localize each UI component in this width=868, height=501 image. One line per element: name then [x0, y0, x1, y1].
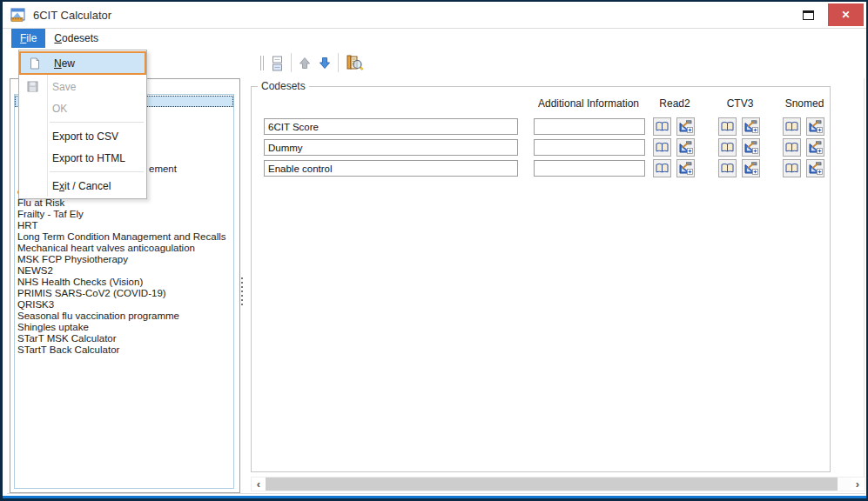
menu-item-exit-cancel[interactable]: Exit / Cancel	[19, 175, 146, 197]
build-codeset-icon	[744, 162, 758, 175]
close-button[interactable]: ✕	[828, 3, 864, 26]
list-item[interactable]: Long Term Condition Management and Recal…	[15, 231, 233, 243]
list-item[interactable]: Shingles uptake	[15, 322, 233, 333]
snomed-codeset-builder-button[interactable]	[806, 138, 824, 157]
snomed-codeset-builder-button[interactable]	[806, 117, 824, 136]
build-codeset-icon	[744, 120, 758, 133]
build-codeset-icon	[679, 162, 693, 175]
codeset-name-input[interactable]	[264, 118, 518, 135]
list-item[interactable]: MSK FCP Physiotherapy	[15, 254, 233, 265]
app-icon	[10, 8, 26, 23]
app-window: 6CIT Calculator ✕ File Codesets New	[0, 0, 868, 501]
column-header-snomed: Snomed	[777, 97, 831, 110]
panel-splitter-handle[interactable]	[241, 277, 243, 305]
ctv3-codeset-browser-button[interactable]	[718, 138, 737, 157]
groupbox-label: Codesets	[258, 80, 309, 92]
menu-item-ok[interactable]: OK	[19, 97, 146, 119]
list-item[interactable]: Frailty - Taf Ely	[15, 209, 233, 220]
codesets-groupbox: Codesets Additional Information Read2 CT…	[251, 86, 831, 472]
ctv3-codeset-browser-button[interactable]	[718, 159, 737, 177]
move-down-button[interactable]	[318, 56, 332, 70]
menu-item-new[interactable]: New	[19, 51, 146, 75]
file-menu: New Save OK Export to CSV Export to HTML	[18, 50, 147, 199]
build-codeset-icon	[809, 162, 823, 175]
menubar-item-codesets[interactable]: Codesets	[45, 29, 107, 48]
open-book-icon	[721, 163, 734, 174]
menu-separator	[50, 122, 144, 123]
new-document-icon	[21, 57, 48, 70]
additional-information-input[interactable]	[534, 160, 645, 177]
find-codeset-button[interactable]	[345, 52, 365, 73]
ctv3-codeset-builder-button[interactable]	[742, 117, 760, 136]
read2-codeset-builder-button[interactable]	[676, 159, 695, 177]
codeset-name-input[interactable]	[264, 160, 518, 177]
read2-codeset-browser-button[interactable]	[653, 117, 671, 136]
open-book-icon	[656, 163, 669, 174]
read2-codeset-builder-button[interactable]	[676, 117, 695, 136]
toolbar-separator	[291, 53, 292, 72]
window-bottom-accent	[3, 496, 866, 498]
up-arrow-icon	[299, 57, 311, 70]
move-up-button[interactable]	[298, 56, 312, 70]
right-panel-edge	[864, 78, 865, 477]
scroll-right-button[interactable]: ›	[851, 478, 865, 491]
open-book-icon	[656, 142, 669, 153]
build-codeset-icon	[809, 120, 823, 133]
list-item[interactable]: STartT Back Calculator	[15, 344, 233, 356]
list-item[interactable]: HRT	[15, 220, 233, 231]
read2-codeset-browser-button[interactable]	[653, 138, 671, 157]
column-header-read2: Read2	[650, 97, 699, 110]
partially-hidden-list-item-fragment: ement	[149, 164, 177, 175]
build-codeset-icon	[679, 120, 693, 133]
list-item[interactable]: Seasonal flu vaccination programme	[15, 311, 233, 322]
additional-information-input[interactable]	[534, 139, 645, 156]
list-item[interactable]: Mechanical heart valves anticoagulation	[15, 243, 233, 254]
snomed-codeset-browser-button[interactable]	[783, 159, 801, 177]
toolbar-separator	[338, 53, 339, 72]
window-title: 6CIT Calculator	[33, 9, 111, 22]
toolbar-grip-handle[interactable]	[260, 56, 264, 70]
menu-item-export-html[interactable]: Export to HTML	[19, 147, 146, 169]
toolbar	[260, 50, 365, 75]
down-arrow-icon	[319, 57, 331, 70]
build-codeset-icon	[744, 141, 758, 154]
reorder-items-button[interactable]	[270, 53, 285, 73]
menu-item-save[interactable]: Save	[19, 76, 146, 97]
ctv3-codeset-builder-button[interactable]	[742, 159, 760, 177]
menubar: File Codesets	[3, 29, 866, 48]
open-book-icon	[785, 142, 798, 153]
book-magnifier-icon	[346, 53, 364, 72]
read2-codeset-browser-button[interactable]	[653, 159, 671, 177]
snomed-codeset-builder-button[interactable]	[806, 159, 824, 177]
snomed-codeset-browser-button[interactable]	[783, 138, 801, 157]
save-floppy-icon	[19, 81, 46, 92]
list-item[interactable]: PRIMIS SARS-CoV2 (COVID-19)	[15, 288, 233, 299]
content-bottom-divider	[7, 493, 865, 494]
ctv3-codeset-builder-button[interactable]	[742, 138, 760, 157]
read2-codeset-builder-button[interactable]	[676, 138, 695, 157]
window-controls: ✕	[803, 3, 866, 26]
list-item[interactable]: NHS Health Checks (Vision)	[15, 277, 233, 288]
codeset-name-input[interactable]	[264, 139, 518, 156]
scroll-left-button[interactable]: ‹	[252, 478, 266, 491]
horizontal-scrollbar[interactable]: ‹ ›	[251, 477, 865, 491]
menubar-item-file[interactable]: File	[11, 29, 45, 48]
list-item[interactable]: NEWS2	[15, 265, 233, 277]
maximize-button[interactable]	[803, 10, 814, 20]
open-book-icon	[721, 121, 734, 132]
additional-information-input[interactable]	[534, 118, 645, 135]
open-book-icon	[785, 163, 798, 174]
stacked-boxes-icon	[271, 54, 284, 72]
build-codeset-icon	[809, 141, 823, 154]
open-book-icon	[785, 121, 798, 132]
build-codeset-icon	[679, 141, 693, 154]
scrollbar-thumb[interactable]	[266, 478, 838, 491]
snomed-codeset-browser-button[interactable]	[783, 117, 801, 136]
menu-separator	[50, 171, 144, 172]
list-item[interactable]: STarT MSK Calculator	[15, 333, 233, 344]
menu-item-export-csv[interactable]: Export to CSV	[19, 125, 146, 147]
column-header-additional-information: Additional Information	[530, 97, 647, 110]
list-item[interactable]: QRISK3	[15, 299, 233, 311]
titlebar: 6CIT Calculator ✕	[3, 2, 866, 29]
ctv3-codeset-browser-button[interactable]	[718, 117, 737, 136]
